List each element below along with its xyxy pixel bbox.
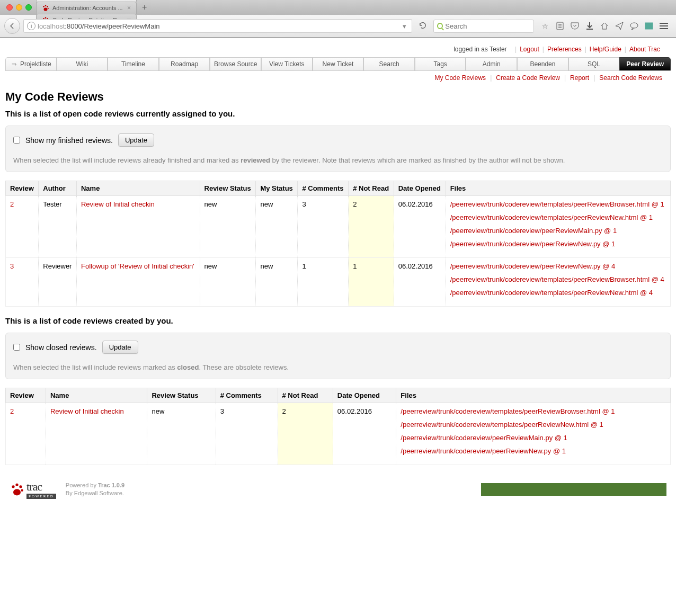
browser-search-box[interactable]: [433, 20, 534, 33]
created-filter-box: Show closed reviews. Update When selecte…: [5, 333, 671, 379]
ctx-link-mycodereviews[interactable]: My Code Reviews: [430, 74, 490, 82]
nav-tab-viewtickets[interactable]: View Tickets: [261, 57, 313, 70]
file-link[interactable]: /peerreview/trunk/codereview/templates/p…: [401, 407, 615, 415]
file-link[interactable]: /peerreview/trunk/codereview/templates/p…: [401, 421, 603, 428]
meta-link-preferences[interactable]: Preferences: [544, 46, 585, 53]
nav-tab-sql[interactable]: SQL: [568, 57, 620, 70]
not-read-cell: 1: [349, 258, 394, 307]
bookmark-star-icon[interactable]: ☆: [540, 21, 550, 31]
assigned-heading: This is a list of open code reviews curr…: [5, 109, 671, 118]
window-controls: [2, 4, 36, 11]
svg-point-19: [630, 23, 638, 28]
nav-tab-newticket[interactable]: New Ticket: [313, 57, 364, 70]
pocket-icon[interactable]: [570, 21, 580, 31]
file-link[interactable]: /peerreview/trunk/codereview/peerReviewN…: [401, 447, 566, 455]
chat-icon[interactable]: [629, 21, 639, 31]
file-link[interactable]: /peerreview/trunk/codereview/peerReviewN…: [450, 240, 616, 248]
home-icon[interactable]: [600, 21, 609, 31]
window-close-button[interactable]: [6, 4, 13, 11]
svg-point-8: [48, 7, 49, 8]
file-link[interactable]: /peerreview/trunk/codereview/peerReviewM…: [450, 227, 617, 235]
project-arrow-icon: [11, 60, 18, 65]
ctx-link-searchcodereviews[interactable]: Search Code Reviews: [595, 74, 666, 82]
nav-tab-beenden[interactable]: Beenden: [517, 57, 568, 70]
hamburger-icon: [660, 23, 668, 29]
created-heading: This is a list of code reviews created b…: [5, 316, 671, 325]
edgewall-link[interactable]: Edgewall Software: [74, 490, 122, 496]
file-link[interactable]: /peerreview/trunk/codereview/templates/p…: [450, 200, 664, 208]
file-link[interactable]: /peerreview/trunk/codereview/templates/p…: [450, 213, 653, 221]
page-title: My Code Reviews: [5, 90, 671, 104]
screenshot-icon[interactable]: [644, 21, 654, 31]
context-nav: My Code Reviews|Create a Code Review|Rep…: [5, 72, 671, 84]
file-link[interactable]: /peerreview/trunk/codereview/peerReviewM…: [401, 434, 567, 442]
column-header: Review: [6, 388, 46, 403]
column-header: Review: [6, 181, 39, 196]
url-dropdown-icon[interactable]: ▾: [401, 22, 408, 30]
review-name-link[interactable]: Review of Initial checkin: [50, 407, 124, 415]
review-id-link[interactable]: 2: [10, 407, 14, 415]
nav-tab-admin[interactable]: Admin: [466, 57, 517, 70]
review-id-link[interactable]: 2: [10, 200, 14, 208]
tab-close-icon[interactable]: ×: [127, 4, 131, 12]
window-minimize-button[interactable]: [16, 4, 22, 11]
review-id-link[interactable]: 3: [10, 262, 14, 270]
author-cell: Tester: [39, 196, 77, 258]
new-tab-button[interactable]: +: [138, 2, 151, 13]
file-link[interactable]: /peerreview/trunk/codereview/templates/p…: [450, 289, 653, 297]
trac-logo[interactable]: tracPOWERED: [10, 480, 56, 499]
file-link[interactable]: /peerreview/trunk/codereview/peerReviewN…: [450, 262, 616, 270]
column-header: # Not Read: [349, 181, 394, 196]
ctx-link-report[interactable]: Report: [566, 74, 593, 82]
show-closed-checkbox[interactable]: [13, 344, 20, 351]
trac-version-link[interactable]: Trac 1.0.9: [98, 482, 124, 488]
menu-button[interactable]: [659, 21, 669, 31]
main-nav: ProjektlisteWikiTimelineRoadmapBrowse So…: [5, 57, 671, 71]
nav-tab-search[interactable]: Search: [363, 57, 415, 70]
column-header: # Not Read: [278, 388, 333, 403]
footer: tracPOWERED Powered by Trac 1.0.9 By Edg…: [5, 475, 671, 510]
browser-search-input[interactable]: [445, 22, 530, 30]
send-icon[interactable]: [615, 21, 624, 31]
show-finished-checkbox[interactable]: [13, 137, 20, 144]
reload-icon: [419, 21, 427, 30]
nav-tab-timeline[interactable]: Timeline: [108, 57, 159, 70]
url-input[interactable]: localhost:8000/Review/peerReviewMain: [38, 22, 398, 30]
review-status-cell: new: [147, 403, 216, 465]
svg-point-24: [21, 489, 23, 492]
meta-link-logout[interactable]: Logout: [517, 46, 542, 53]
svg-rect-20: [645, 23, 653, 29]
review-name-link[interactable]: Review of Initial checkin: [81, 200, 155, 208]
ctx-link-createacodereview[interactable]: Create a Code Review: [492, 74, 564, 82]
reload-button[interactable]: [415, 21, 430, 31]
footer-info: Powered by Trac 1.0.9 By Edgewall Softwa…: [66, 481, 124, 498]
comments-cell: 3: [298, 196, 349, 258]
date-cell: 06.02.2016: [394, 196, 446, 258]
meta-link-abouttrac[interactable]: About Trac: [626, 46, 663, 53]
search-icon: [437, 23, 443, 29]
site-info-icon[interactable]: i: [27, 22, 35, 30]
created-filter-note: When selected the list will include revi…: [13, 363, 663, 371]
metabar: logged in as Tester |Logout|Preferences|…: [5, 43, 671, 57]
review-name-link[interactable]: Followup of 'Review of Initial checkin': [81, 262, 194, 270]
nav-tab-peerreview[interactable]: Peer Review: [619, 57, 671, 70]
assigned-update-button[interactable]: Update: [118, 133, 154, 147]
window-maximize-button[interactable]: [25, 4, 32, 11]
nav-tab-browsesource[interactable]: Browse Source: [210, 57, 261, 70]
browser-tab[interactable]: Administration: Accounts ...×: [36, 2, 137, 14]
file-link[interactable]: /peerreview/trunk/codereview/templates/p…: [450, 275, 664, 283]
review-status-cell: new: [200, 196, 256, 258]
meta-link-helpguide[interactable]: Help/Guide: [586, 46, 625, 53]
table-row: 2Review of Initial checkinnew3206.02.201…: [6, 403, 671, 465]
reader-icon[interactable]: [555, 21, 565, 31]
nav-tab-projektliste[interactable]: Projektliste: [5, 57, 57, 70]
nav-tab-wiki[interactable]: Wiki: [57, 57, 108, 70]
created-update-button[interactable]: Update: [102, 341, 138, 354]
nav-tab-roadmap[interactable]: Roadmap: [159, 57, 210, 70]
downloads-icon[interactable]: [585, 21, 594, 31]
nav-tab-tags[interactable]: Tags: [415, 57, 466, 70]
svg-point-5: [43, 6, 45, 7]
svg-point-11: [45, 17, 47, 19]
url-box[interactable]: i localhost:8000/Review/peerReviewMain ▾: [23, 19, 412, 33]
back-button[interactable]: [4, 18, 20, 34]
